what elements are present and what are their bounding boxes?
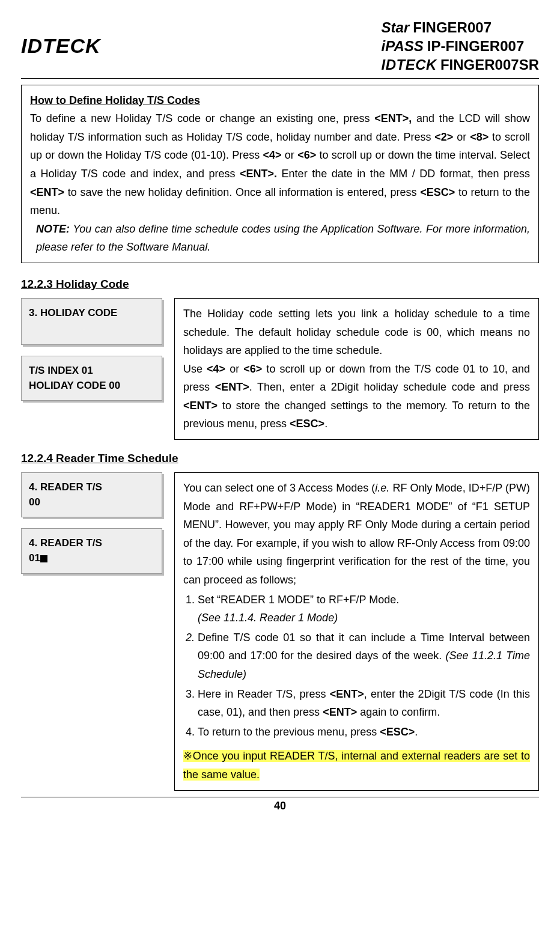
key-label: <4>: [207, 363, 225, 375]
list-item: To return to the previous menu, press <E…: [198, 723, 530, 741]
logo-right-block: Star FINGER007 iPASS IP-FINGER007 IDTECK…: [382, 18, 539, 75]
key-label: <ENT>,: [374, 112, 412, 124]
header-divider: [21, 78, 539, 79]
brand-label: Star: [382, 18, 410, 37]
note-body: You can also define time schedule codes …: [36, 223, 530, 254]
box-title: How to Define Holiday T/S Codes: [30, 91, 530, 110]
section-heading: 12.2.4 Reader Time Schedule: [21, 452, 539, 465]
lcd-line: 3. HOLIDAY CODE: [29, 306, 154, 321]
key-label: <ENT>: [330, 688, 364, 700]
spacer: [183, 742, 530, 747]
highlighted-note: ※Once you input READER T/S, internal and…: [183, 750, 530, 781]
key-label: <6>: [243, 363, 262, 375]
list-item: Set “READER 1 MODE” to RF+F/P Mode. (See…: [198, 591, 530, 627]
text-run: or: [453, 131, 470, 143]
text-run: .: [415, 726, 418, 738]
lcd-line: HOLIDAY CODE 00: [29, 379, 154, 394]
text-run: To return to the previous menu, press: [198, 726, 380, 738]
text-run-italic: (See 11.1.4. Reader 1 Mode): [198, 612, 338, 624]
brand-label: iPASS: [382, 37, 424, 55]
lcd-text: 01: [29, 552, 40, 564]
text-run: Here in Reader T/S, press: [198, 688, 330, 700]
key-label: <6>: [297, 149, 316, 161]
key-label: <8>: [470, 131, 488, 143]
text-run: .: [324, 418, 327, 430]
text-run: . Then, enter a 2Digit holiday schedule …: [249, 381, 530, 393]
text-run: RF Only Mode, ID+F/P (PW) Mode and RF+PW…: [183, 482, 530, 586]
define-holiday-box: How to Define Holiday T/S Codes To defin…: [21, 85, 539, 263]
brand-label: IDTECK: [382, 55, 437, 74]
page-header: IDTECK Star FINGER007 iPASS IP-FINGER007…: [21, 18, 539, 75]
text-run: to save the new holiday definition. Once…: [64, 186, 420, 198]
key-label: <ENT>: [183, 400, 218, 412]
key-label: <ENT>: [30, 186, 64, 198]
lcd-line: T/S INDEX 01: [29, 364, 154, 379]
logo-row: Star FINGER007: [382, 18, 539, 37]
model-label: FINGER007: [413, 18, 492, 37]
lcd-panel: 4. READER T/S 00: [21, 472, 162, 517]
section-heading: 12.2.3 Holiday Code: [21, 278, 539, 291]
text-run: You can select one of 3 Access Modes (: [183, 482, 375, 494]
key-label: <ESC>: [420, 186, 455, 198]
key-label: <ENT>: [215, 381, 249, 393]
ordered-list: Set “READER 1 MODE” to RF+F/P Mode. (See…: [183, 591, 530, 741]
note-label: NOTE:: [36, 223, 70, 235]
lcd-line: 4. READER T/S: [29, 480, 154, 495]
text-run: To define a new Holiday T/S code or chan…: [30, 112, 374, 124]
reader-ts-row: 4. READER T/S 00 4. READER T/S 01 You ca…: [21, 472, 539, 791]
text-run: or: [225, 363, 243, 375]
text-run: again to confirm.: [357, 706, 440, 718]
text-run: to store the changed settings to the mem…: [183, 400, 530, 430]
lcd-panel: T/S INDEX 01 HOLIDAY CODE 00: [21, 356, 162, 401]
key-label: <ESC>: [290, 418, 324, 430]
text-run: or: [282, 149, 298, 161]
key-label: <ENT>.: [240, 168, 277, 180]
model-label: IP-FINGER007: [427, 37, 524, 55]
paragraph: You can select one of 3 Access Modes (i.…: [183, 479, 530, 589]
key-label: <4>: [263, 149, 282, 161]
lcd-stack: 4. READER T/S 00 4. READER T/S 01: [21, 472, 162, 574]
text-run: Set “READER 1 MODE” to RF+F/P Mode.: [198, 594, 399, 606]
box-paragraph: To define a new Holiday T/S code or chan…: [30, 109, 530, 220]
lcd-panel: 3. HOLIDAY CODE: [21, 298, 162, 345]
text-run: Use: [183, 363, 207, 375]
lcd-line: 01: [29, 551, 154, 566]
page-footer: 40: [21, 797, 539, 812]
logo-row: iPASS IP-FINGER007: [382, 37, 539, 55]
info-box: The Holiday code setting lets you link a…: [174, 298, 539, 440]
lcd-line: 00: [29, 495, 154, 510]
cursor-icon: [40, 555, 47, 562]
lcd-panel: 4. READER T/S 01: [21, 528, 162, 573]
list-item: Here in Reader T/S, press <ENT>, enter t…: [198, 685, 530, 722]
lcd-stack: 3. HOLIDAY CODE T/S INDEX 01 HOLIDAY COD…: [21, 298, 162, 401]
paragraph: The Holiday code setting lets you link a…: [183, 305, 530, 360]
logo-left: IDTECK: [21, 34, 101, 58]
model-label: FINGER007SR: [440, 55, 539, 74]
text-run-italic: i.e.: [375, 482, 389, 494]
list-item: Define T/S code 01 so that it can includ…: [198, 629, 530, 684]
logo-row: IDTECK FINGER007SR: [382, 55, 539, 74]
text-run: Enter the date in the MM / DD format, th…: [277, 168, 530, 180]
key-label: <ESC>: [380, 726, 415, 738]
key-label: <2>: [434, 131, 453, 143]
paragraph: Use <4> or <6> to scroll up or down from…: [183, 360, 530, 433]
holiday-code-row: 3. HOLIDAY CODE T/S INDEX 01 HOLIDAY COD…: [21, 298, 539, 440]
key-label: <ENT>: [323, 706, 357, 718]
note-paragraph: NOTE: You can also define time schedule …: [36, 220, 530, 257]
info-box: You can select one of 3 Access Modes (i.…: [174, 472, 539, 791]
lcd-line: 4. READER T/S: [29, 536, 154, 551]
